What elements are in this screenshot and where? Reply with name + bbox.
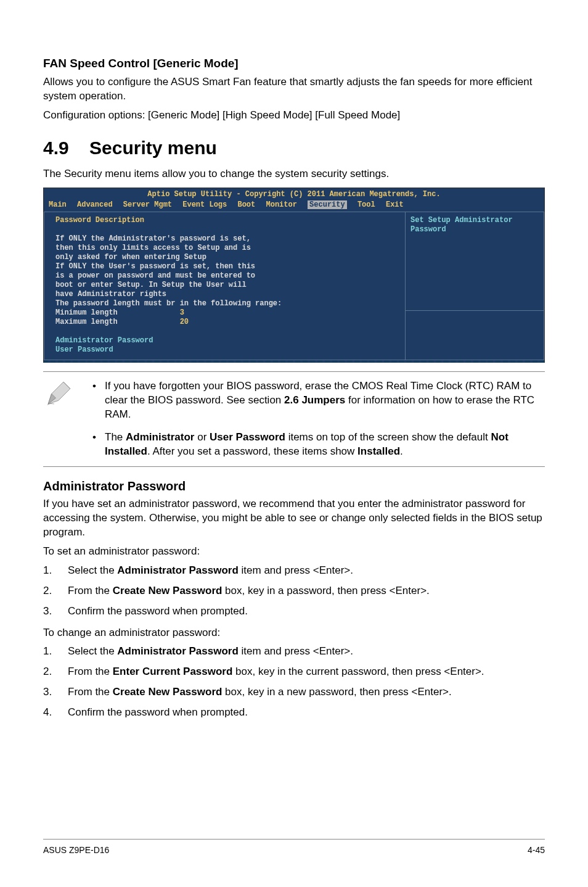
bios-left-pane: Password Description If ONLY the Adminis…	[44, 212, 406, 360]
bios-body-l2: only asked for when entering Setup	[55, 253, 206, 262]
ch2-post: box, key in the current password, then p…	[232, 666, 484, 677]
note2-m3: . After you set a password, these items …	[147, 445, 357, 457]
bios-body-l0: If ONLY the Administrator's password is …	[55, 234, 251, 243]
bios-min-label: Minimum length	[55, 308, 118, 317]
bios-tab-boot: Boot	[237, 200, 255, 209]
bios-tab-monitor: Monitor	[266, 200, 296, 209]
pencil-icon	[43, 379, 73, 459]
note-item-1: If you have forgotten your BIOS password…	[88, 379, 545, 422]
bios-right-pane: Set Setup Administrator Password	[406, 212, 544, 360]
bios-body-l5: boot or enter Setup. In Setup the User w…	[55, 281, 247, 289]
note-item-2: The Administrator or User Password items…	[88, 431, 545, 459]
bios-user-pw-item: User Password	[55, 345, 113, 354]
ch1-post: item and press <Enter>.	[239, 645, 353, 657]
fan-para-1: Allows you to configure the ASUS Smart F…	[43, 75, 545, 104]
ch3-b: Create New Password	[113, 686, 223, 698]
change-step-3: From the Create New Password box, key in…	[43, 685, 545, 699]
admin-pw-heading: Administrator Password	[43, 478, 545, 495]
ch1-b: Administrator Password	[117, 645, 239, 657]
note-block: If you have forgotten your BIOS password…	[43, 371, 545, 467]
bios-admin-pw-item: Administrator Password	[55, 336, 153, 345]
bios-screenshot: Aptio Setup Utility - Copyright (C) 2011…	[43, 188, 545, 363]
bios-body-l3: If ONLY the User's password is set, then…	[55, 262, 255, 271]
bios-pwdesc-label: Password Description	[55, 216, 144, 225]
bios-tab-security: Security	[308, 200, 347, 209]
set-step-3: Confirm the password when prompted.	[43, 604, 545, 619]
bios-tabs: Main Advanced Server Mgmt Event Logs Boo…	[44, 199, 544, 212]
note-list: If you have forgotten your BIOS password…	[88, 379, 545, 459]
set-admin-steps: Select the Administrator Password item a…	[43, 564, 545, 619]
page-footer: ASUS Z9PE-D16 4-45	[43, 839, 545, 856]
note2-pre: The	[105, 431, 126, 443]
change-step-4: Confirm the password when prompted.	[43, 706, 545, 720]
footer-right: 4-45	[528, 844, 545, 856]
set1-post: item and press <Enter>.	[239, 564, 353, 576]
ch2-b: Enter Current Password	[113, 666, 233, 677]
bios-max-label: Maximum length	[55, 318, 118, 326]
bios-min-val: 3	[180, 308, 184, 317]
bios-body-l1: then this only limits access to Setup an…	[55, 244, 251, 252]
set2-post: box, key in a password, then press <Ente…	[222, 585, 429, 596]
security-heading: 4.9 Security menu	[43, 136, 545, 161]
bios-max-val: 20	[180, 318, 189, 326]
section-number: 4.9	[43, 138, 69, 158]
ch3-post: box, key in a new password, then press <…	[222, 686, 451, 698]
ch3-pre: From the	[68, 686, 113, 698]
set1-b: Administrator Password	[117, 564, 239, 576]
set1-pre: Select the	[68, 564, 117, 576]
note2-post: .	[400, 445, 403, 457]
bios-body-l6: have Administrator rights	[55, 290, 166, 299]
bios-tab-exit: Exit	[386, 200, 404, 209]
set2-pre: From the	[68, 585, 113, 596]
set-step-1: Select the Administrator Password item a…	[43, 564, 545, 578]
note2-m2: items on top of the screen show the defa…	[285, 431, 491, 443]
set-step-2: From the Create New Password box, key in…	[43, 584, 545, 598]
security-intro: The Security menu items allow you to cha…	[43, 167, 545, 181]
change-step-2: From the Enter Current Password box, key…	[43, 665, 545, 679]
note2-m1: or	[195, 431, 210, 443]
set2-b: Create New Password	[113, 585, 223, 596]
bios-tab-servermgmt: Server Mgmt	[123, 200, 172, 209]
fan-heading: FAN Speed Control [Generic Mode]	[43, 56, 545, 72]
change-admin-steps: Select the Administrator Password item a…	[43, 645, 545, 720]
bios-body-l7: The password length must br in the follo…	[55, 299, 282, 308]
bios-help-text: Set Setup Administrator Password	[406, 212, 544, 311]
bios-tab-eventlogs: Event Logs	[182, 200, 227, 209]
admin-pw-para: If you have set an administrator passwor…	[43, 497, 545, 540]
note2-b2: User Password	[210, 431, 285, 443]
change-step-1: Select the Administrator Password item a…	[43, 645, 545, 659]
footer-left: ASUS Z9PE-D16	[43, 844, 109, 856]
set-admin-intro: To set an administrator password:	[43, 545, 545, 559]
note2-b4: Installed	[357, 445, 400, 457]
note1-bold: 2.6 Jumpers	[284, 394, 345, 406]
bios-tab-tool: Tool	[357, 200, 375, 209]
change-admin-intro: To change an administrator password:	[43, 626, 545, 640]
bios-body-l4: is a power on password and must be enter…	[55, 271, 255, 280]
ch1-pre: Select the	[68, 645, 117, 657]
bios-tab-main: Main	[49, 200, 67, 209]
bios-tab-advanced: Advanced	[77, 200, 113, 209]
fan-para-2: Configuration options: [Generic Mode] [H…	[43, 109, 545, 123]
section-title: Security menu	[89, 138, 217, 158]
bios-title: Aptio Setup Utility - Copyright (C) 2011…	[44, 188, 544, 199]
note2-b1: Administrator	[126, 431, 194, 443]
ch2-pre: From the	[68, 666, 113, 677]
